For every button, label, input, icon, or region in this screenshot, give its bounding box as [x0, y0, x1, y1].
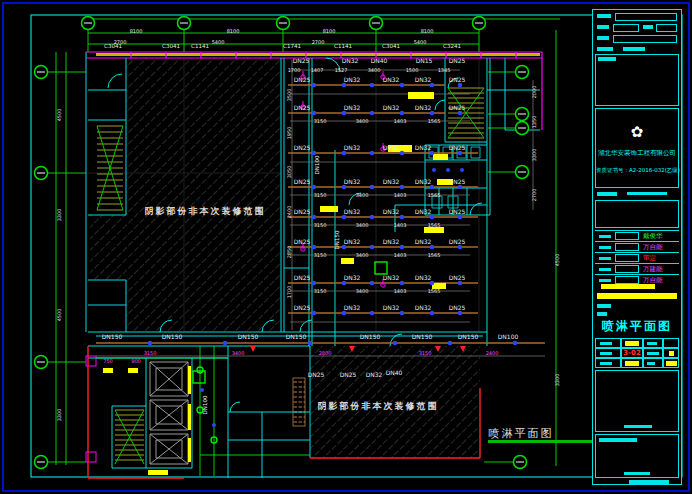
company-name: 湖北华安装饰工程有限公司: [596, 149, 678, 158]
approval-row: 戴俊华: [595, 230, 679, 241]
drawing-number: 3-02: [622, 349, 642, 358]
elevator-shafts: [150, 362, 188, 464]
title-block: ✿ 湖北华安装饰工程有限公司 资质证书号：A2-2016-032(乙级) 戴俊华…: [592, 9, 682, 485]
titleblock-drawing-title: 喷淋平面图: [593, 318, 681, 335]
company-box: ✿ 湖北华安装饰工程有限公司 资质证书号：A2-2016-032(乙级): [595, 108, 679, 188]
project-highlight: [601, 284, 655, 289]
shaded-area-note-bottom: 阴影部份非本次装修范围: [318, 400, 439, 413]
cert-number: 资质证书号：A2-2016-032(乙级): [596, 167, 678, 174]
shaded-area-note-top: 阴影部份非本次装修范围: [145, 205, 266, 218]
approval-row: 万自能: [595, 241, 679, 252]
cad-sheet: 81008100810081002700540027005400C3041C30…: [0, 0, 692, 494]
company-logo: ✿: [596, 123, 678, 141]
project-highlight2: [597, 293, 677, 299]
plan-caption: 喷淋平面图: [489, 426, 554, 441]
signature: 万建能: [643, 264, 663, 274]
plan-drawing: [0, 0, 692, 494]
approval-rows: 戴俊华万自能审定万建能万自能: [595, 230, 679, 285]
shaft-hatch: [293, 378, 305, 426]
approval-row: 万建能: [595, 263, 679, 274]
signature: 戴俊华: [643, 231, 663, 241]
signature: 万自能: [643, 242, 663, 252]
approval-row: 审定: [595, 252, 679, 263]
window-band: [96, 53, 540, 56]
signature: 审定: [643, 253, 656, 263]
